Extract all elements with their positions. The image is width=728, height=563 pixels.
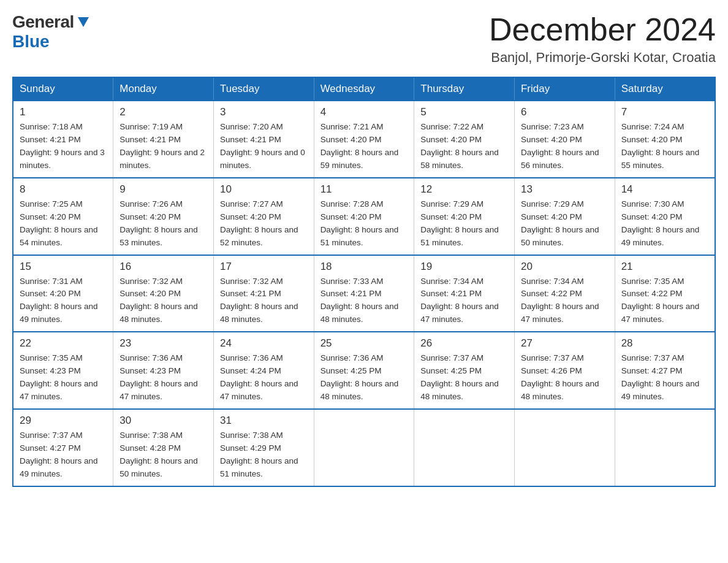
day-number: 16 — [119, 261, 207, 273]
day-info: Sunrise: 7:36 AMSunset: 4:24 PMDaylight:… — [220, 352, 308, 404]
header-tuesday: Tuesday — [213, 77, 314, 101]
day-number: 8 — [20, 183, 107, 196]
logo-blue-text: Blue — [12, 32, 50, 52]
day-number: 15 — [20, 261, 107, 273]
calendar-day-cell: 12 Sunrise: 7:29 AMSunset: 4:20 PMDaylig… — [414, 178, 515, 255]
calendar-week-row: 22 Sunrise: 7:35 AMSunset: 4:23 PMDaylig… — [13, 332, 715, 409]
day-info: Sunrise: 7:38 AMSunset: 4:29 PMDaylight:… — [220, 429, 308, 481]
calendar-day-cell: 30 Sunrise: 7:38 AMSunset: 4:28 PMDaylig… — [113, 409, 214, 486]
day-number: 31 — [220, 415, 308, 427]
calendar-day-cell: 29 Sunrise: 7:37 AMSunset: 4:27 PMDaylig… — [13, 409, 113, 486]
calendar-day-cell: 21 Sunrise: 7:35 AMSunset: 4:22 PMDaylig… — [615, 255, 715, 332]
calendar-day-cell: 25 Sunrise: 7:36 AMSunset: 4:25 PMDaylig… — [314, 332, 414, 409]
calendar-header-row: SundayMondayTuesdayWednesdayThursdayFrid… — [13, 77, 715, 101]
day-info: Sunrise: 7:34 AMSunset: 4:22 PMDaylight:… — [521, 275, 609, 327]
day-info: Sunrise: 7:37 AMSunset: 4:27 PMDaylight:… — [20, 429, 107, 481]
calendar-day-cell: 7 Sunrise: 7:24 AMSunset: 4:20 PMDayligh… — [615, 101, 715, 178]
day-number: 29 — [20, 415, 107, 427]
page-header: General Blue December 2024 Banjol, Primo… — [12, 12, 716, 66]
calendar-day-cell: 27 Sunrise: 7:37 AMSunset: 4:26 PMDaylig… — [514, 332, 615, 409]
calendar-week-row: 1 Sunrise: 7:18 AMSunset: 4:21 PMDayligh… — [13, 101, 715, 178]
day-info: Sunrise: 7:35 AMSunset: 4:22 PMDaylight:… — [621, 275, 708, 327]
calendar-day-cell: 26 Sunrise: 7:37 AMSunset: 4:25 PMDaylig… — [414, 332, 515, 409]
location-title: Banjol, Primorje-Gorski Kotar, Croatia — [489, 50, 716, 66]
calendar-day-cell: 9 Sunrise: 7:26 AMSunset: 4:20 PMDayligh… — [113, 178, 214, 255]
calendar-day-cell: 28 Sunrise: 7:37 AMSunset: 4:27 PMDaylig… — [615, 332, 715, 409]
day-info: Sunrise: 7:24 AMSunset: 4:20 PMDaylight:… — [621, 121, 708, 172]
calendar-day-cell: 19 Sunrise: 7:34 AMSunset: 4:21 PMDaylig… — [414, 255, 515, 332]
day-number: 2 — [119, 106, 207, 118]
day-number: 17 — [220, 261, 308, 273]
day-number: 28 — [621, 337, 708, 350]
day-number: 25 — [320, 337, 408, 350]
day-number: 14 — [621, 183, 708, 196]
calendar-day-cell: 1 Sunrise: 7:18 AMSunset: 4:21 PMDayligh… — [13, 101, 113, 178]
calendar-day-cell: 3 Sunrise: 7:20 AMSunset: 4:21 PMDayligh… — [213, 101, 314, 178]
day-info: Sunrise: 7:37 AMSunset: 4:27 PMDaylight:… — [621, 352, 708, 404]
logo: General Blue — [12, 12, 90, 52]
header-wednesday: Wednesday — [314, 77, 414, 101]
calendar-day-cell: 5 Sunrise: 7:22 AMSunset: 4:20 PMDayligh… — [414, 101, 515, 178]
svg-marker-0 — [78, 17, 89, 27]
day-info: Sunrise: 7:25 AMSunset: 4:20 PMDaylight:… — [20, 198, 107, 250]
day-info: Sunrise: 7:35 AMSunset: 4:23 PMDaylight:… — [20, 352, 107, 404]
day-number: 4 — [320, 106, 408, 118]
header-monday: Monday — [113, 77, 214, 101]
calendar-day-cell — [615, 409, 715, 486]
day-number: 20 — [521, 261, 609, 273]
day-info: Sunrise: 7:21 AMSunset: 4:20 PMDaylight:… — [320, 121, 408, 172]
calendar-week-row: 15 Sunrise: 7:31 AMSunset: 4:20 PMDaylig… — [13, 255, 715, 332]
day-number: 18 — [320, 261, 408, 273]
calendar-day-cell: 20 Sunrise: 7:34 AMSunset: 4:22 PMDaylig… — [514, 255, 615, 332]
day-info: Sunrise: 7:27 AMSunset: 4:20 PMDaylight:… — [220, 198, 308, 250]
calendar-day-cell: 2 Sunrise: 7:19 AMSunset: 4:21 PMDayligh… — [113, 101, 214, 178]
day-info: Sunrise: 7:32 AMSunset: 4:20 PMDaylight:… — [119, 275, 207, 327]
day-number: 3 — [220, 106, 308, 118]
day-info: Sunrise: 7:26 AMSunset: 4:20 PMDaylight:… — [119, 198, 207, 250]
month-title: December 2024 — [489, 12, 716, 47]
header-sunday: Sunday — [13, 77, 113, 101]
calendar-day-cell: 18 Sunrise: 7:33 AMSunset: 4:21 PMDaylig… — [314, 255, 414, 332]
calendar-table: SundayMondayTuesdayWednesdayThursdayFrid… — [12, 77, 716, 486]
day-number: 5 — [420, 106, 508, 118]
calendar-week-row: 29 Sunrise: 7:37 AMSunset: 4:27 PMDaylig… — [13, 409, 715, 486]
day-info: Sunrise: 7:33 AMSunset: 4:21 PMDaylight:… — [320, 275, 408, 327]
calendar-day-cell: 8 Sunrise: 7:25 AMSunset: 4:20 PMDayligh… — [13, 178, 113, 255]
calendar-day-cell: 23 Sunrise: 7:36 AMSunset: 4:23 PMDaylig… — [113, 332, 214, 409]
day-info: Sunrise: 7:23 AMSunset: 4:20 PMDaylight:… — [521, 121, 609, 172]
day-info: Sunrise: 7:34 AMSunset: 4:21 PMDaylight:… — [420, 275, 508, 327]
calendar-day-cell: 14 Sunrise: 7:30 AMSunset: 4:20 PMDaylig… — [615, 178, 715, 255]
calendar-day-cell — [514, 409, 615, 486]
header-thursday: Thursday — [414, 77, 515, 101]
day-number: 30 — [119, 415, 207, 427]
day-number: 22 — [20, 337, 107, 350]
day-number: 27 — [521, 337, 609, 350]
calendar-week-row: 8 Sunrise: 7:25 AMSunset: 4:20 PMDayligh… — [13, 178, 715, 255]
day-number: 6 — [521, 106, 609, 118]
day-info: Sunrise: 7:37 AMSunset: 4:25 PMDaylight:… — [420, 352, 508, 404]
day-number: 11 — [320, 183, 408, 196]
day-number: 21 — [621, 261, 708, 273]
day-info: Sunrise: 7:36 AMSunset: 4:25 PMDaylight:… — [320, 352, 408, 404]
calendar-day-cell: 4 Sunrise: 7:21 AMSunset: 4:20 PMDayligh… — [314, 101, 414, 178]
day-info: Sunrise: 7:32 AMSunset: 4:21 PMDaylight:… — [220, 275, 308, 327]
logo-general-text: General — [12, 12, 74, 32]
day-info: Sunrise: 7:38 AMSunset: 4:28 PMDaylight:… — [119, 429, 207, 481]
day-number: 24 — [220, 337, 308, 350]
header-friday: Friday — [514, 77, 615, 101]
day-info: Sunrise: 7:22 AMSunset: 4:20 PMDaylight:… — [420, 121, 508, 172]
day-info: Sunrise: 7:37 AMSunset: 4:26 PMDaylight:… — [521, 352, 609, 404]
day-number: 1 — [20, 106, 107, 118]
logo-triangle-icon — [77, 15, 90, 28]
title-area: December 2024 Banjol, Primorje-Gorski Ko… — [489, 12, 716, 66]
calendar-day-cell: 13 Sunrise: 7:29 AMSunset: 4:20 PMDaylig… — [514, 178, 615, 255]
calendar-day-cell — [414, 409, 515, 486]
calendar-day-cell: 6 Sunrise: 7:23 AMSunset: 4:20 PMDayligh… — [514, 101, 615, 178]
calendar-day-cell: 11 Sunrise: 7:28 AMSunset: 4:20 PMDaylig… — [314, 178, 414, 255]
day-number: 26 — [420, 337, 508, 350]
day-info: Sunrise: 7:36 AMSunset: 4:23 PMDaylight:… — [119, 352, 207, 404]
day-number: 13 — [521, 183, 609, 196]
calendar-day-cell — [314, 409, 414, 486]
calendar-day-cell: 31 Sunrise: 7:38 AMSunset: 4:29 PMDaylig… — [213, 409, 314, 486]
header-saturday: Saturday — [615, 77, 715, 101]
